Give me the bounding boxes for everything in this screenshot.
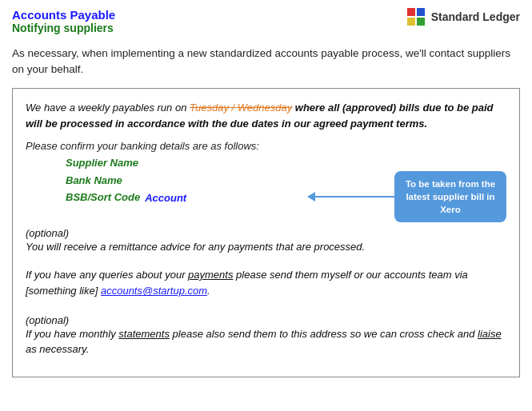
- logo-blue-square: [417, 8, 425, 16]
- queries-payments-word: payments: [188, 269, 233, 281]
- optional-section-1: (optional) You will receive a remittance…: [26, 227, 506, 255]
- header-titles: Accounts Payable Notifying suppliers: [12, 8, 115, 34]
- account-field: Account: [145, 192, 186, 204]
- box-para-1-strike: Tuesday / Wednesday: [190, 102, 292, 114]
- supplier-name-field: Supplier Name: [66, 155, 506, 172]
- logo-text: Standard Ledger: [431, 10, 520, 23]
- bsb-field: BSB/Sort Code: [66, 190, 140, 206]
- callout-container: To be taken from the latest supplier bil…: [314, 171, 506, 222]
- optional-1-text: You will receive a remittance advice for…: [26, 239, 506, 255]
- queries-prefix: If you have any queries about your: [26, 269, 188, 281]
- confirm-label: Please confirm your banking details are …: [26, 140, 506, 152]
- optional-2-label: (optional): [26, 314, 506, 326]
- optional-2-suffix: as necessary.: [26, 343, 89, 355]
- queries-suffix: .: [207, 285, 210, 297]
- optional-2-middle: please also send them to this address so…: [170, 328, 478, 340]
- arrow-head-icon: [307, 192, 315, 202]
- optional-1-label: (optional): [26, 227, 506, 239]
- logo-yellow-square: [407, 18, 415, 26]
- optional-2-statements: statements: [118, 328, 170, 340]
- box-para-1: We have a weekly payables run on Tuesday…: [26, 100, 506, 132]
- box-para-queries: If you have any queries about your payme…: [26, 267, 506, 299]
- page-header: Accounts Payable Notifying suppliers Sta…: [12, 8, 520, 34]
- callout-bubble: To be taken from the latest supplier bil…: [394, 171, 506, 222]
- arrow-shaft: [314, 196, 394, 198]
- optional-section-2: (optional) If you have monthly statement…: [26, 314, 506, 357]
- optional-2-liaise: liaise: [478, 328, 502, 340]
- content-box: We have a weekly payables run on Tuesday…: [12, 88, 520, 377]
- intro-paragraph: As necessary, when implementing a new st…: [12, 46, 520, 78]
- logo-area: Standard Ledger: [407, 8, 520, 26]
- logo-red-square: [407, 8, 415, 16]
- logo-grid-icon: [407, 8, 425, 26]
- box-para-1-prefix: We have a weekly payables run on: [26, 102, 190, 114]
- arrow-callout: To be taken from the latest supplier bil…: [314, 171, 506, 222]
- page-title: Accounts Payable: [12, 8, 115, 22]
- optional-2-prefix: If you have monthly: [26, 328, 118, 340]
- logo-green-square: [417, 18, 425, 26]
- page-subtitle: Notifying suppliers: [12, 22, 115, 34]
- confirm-section: Please confirm your banking details are …: [26, 140, 506, 219]
- optional-2-text: If you have monthly statements please al…: [26, 326, 506, 357]
- queries-email-link[interactable]: accounts@startup.com: [101, 285, 207, 297]
